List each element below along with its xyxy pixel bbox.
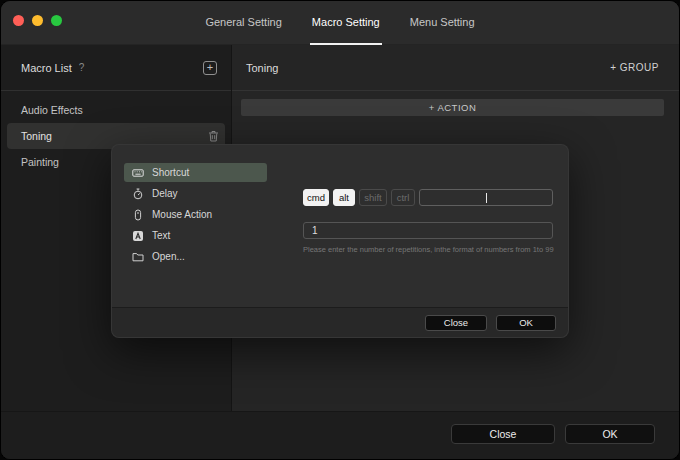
tab-macro-setting[interactable]: Macro Setting [310, 1, 382, 45]
dialog-footer: Close OK [112, 307, 568, 337]
add-macro-button[interactable]: + [203, 61, 217, 75]
modifier-keys-row: cmd alt shift ctrl [303, 189, 553, 206]
list-item-label: Audio Effects [21, 104, 83, 116]
mouse-icon [132, 209, 144, 221]
tab-general-setting[interactable]: General Setting [203, 1, 283, 45]
macro-list-title: Macro List [21, 62, 72, 74]
help-icon[interactable]: ? [79, 62, 85, 73]
menu-item-mouse-action[interactable]: Mouse Action [124, 205, 267, 224]
app-window: General Setting Macro Setting Menu Setti… [0, 0, 680, 460]
window-footer: Close OK [1, 411, 679, 459]
titlebar: General Setting Macro Setting Menu Setti… [1, 1, 679, 45]
dialog-close-button[interactable]: Close [425, 315, 487, 331]
menu-item-label: Open... [152, 251, 185, 262]
list-item-label: Toning [21, 130, 52, 142]
timer-icon [132, 188, 144, 200]
shortcut-form: cmd alt shift ctrl Please enter the numb… [303, 189, 553, 254]
menu-item-label: Text [152, 230, 170, 241]
menu-item-text[interactable]: Text [124, 226, 267, 245]
list-item-label: Painting [21, 156, 59, 168]
repeat-helper-text: Please enter the number of repetitions, … [303, 245, 553, 254]
settings-tabs: General Setting Macro Setting Menu Setti… [1, 1, 679, 45]
action-type-menu: Shortcut Delay Mouse Action [124, 163, 267, 268]
repeat-count-input[interactable] [303, 222, 553, 239]
keyboard-icon [132, 167, 144, 179]
menu-item-label: Mouse Action [152, 209, 212, 220]
action-editor-dialog: Shortcut Delay Mouse Action [111, 144, 569, 338]
list-item-audio-effects[interactable]: Audio Effects [1, 97, 231, 123]
folder-icon [132, 251, 144, 263]
key-ctrl[interactable]: ctrl [391, 189, 415, 206]
delete-macro-icon[interactable] [208, 130, 219, 142]
menu-item-shortcut[interactable]: Shortcut [124, 163, 267, 182]
panel-header: Toning + GROUP [232, 45, 679, 91]
footer-close-button[interactable]: Close [451, 424, 555, 444]
shortcut-input[interactable] [419, 189, 553, 206]
text-cursor [486, 193, 487, 203]
add-action-button[interactable]: + ACTION [241, 99, 664, 116]
tab-menu-setting[interactable]: Menu Setting [408, 1, 477, 45]
dialog-ok-button[interactable]: OK [496, 315, 556, 331]
menu-item-delay[interactable]: Delay [124, 184, 267, 203]
menu-item-label: Delay [152, 188, 178, 199]
panel-title: Toning [246, 62, 278, 74]
footer-ok-button[interactable]: OK [565, 424, 655, 444]
macro-list-header: Macro List ? + [1, 45, 231, 91]
key-shift[interactable]: shift [359, 189, 387, 206]
menu-item-label: Shortcut [152, 167, 189, 178]
text-icon [132, 230, 144, 242]
key-alt[interactable]: alt [333, 189, 355, 206]
menu-item-open[interactable]: Open... [124, 247, 267, 266]
key-cmd[interactable]: cmd [303, 189, 329, 206]
add-group-button[interactable]: + GROUP [610, 62, 659, 73]
